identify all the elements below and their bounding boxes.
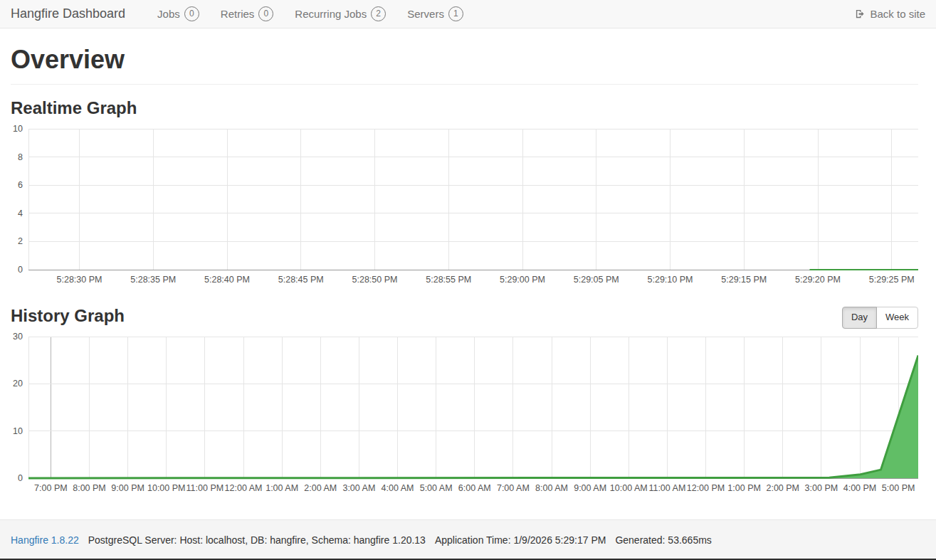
svg-text:6:00 AM: 6:00 AM: [458, 483, 491, 493]
back-to-site-label: Back to site: [870, 8, 925, 20]
svg-text:5:29:00 PM: 5:29:00 PM: [500, 275, 545, 285]
svg-text:5:29:05 PM: 5:29:05 PM: [574, 275, 619, 285]
history-chart: 7:00 PM8:00 PM9:00 PM10:00 PM11:00 PM12:…: [11, 332, 918, 496]
svg-text:5:28:40 PM: 5:28:40 PM: [204, 275, 250, 285]
svg-text:9:00 AM: 9:00 AM: [574, 483, 606, 493]
recurring-jobs-count-badge: 2: [371, 6, 386, 21]
svg-text:2:00 PM: 2:00 PM: [766, 483, 799, 493]
history-range-toggle: Day Week: [842, 307, 918, 329]
realtime-chart: 5:28:30 PM5:28:35 PM5:28:40 PM5:28:45 PM…: [11, 125, 918, 290]
svg-text:5:28:35 PM: 5:28:35 PM: [130, 275, 176, 285]
svg-text:4: 4: [18, 208, 23, 218]
navbar-brand[interactable]: Hangfire Dashboard: [11, 6, 125, 21]
svg-text:11:00 AM: 11:00 AM: [648, 483, 685, 493]
svg-text:4:00 PM: 4:00 PM: [843, 483, 877, 493]
realtime-graph-title: Realtime Graph: [11, 99, 918, 117]
svg-text:10:00 AM: 10:00 AM: [610, 483, 648, 493]
svg-text:8: 8: [18, 152, 23, 162]
svg-text:10:00 PM: 10:00 PM: [147, 483, 186, 493]
navbar-menu: Jobs 0 Retries 0 Recurring Jobs 2 Server…: [147, 0, 474, 28]
generated-time: Generated: 53.665ms: [615, 534, 711, 546]
svg-text:5:00 AM: 5:00 AM: [420, 483, 453, 493]
history-graph-title: History Graph: [11, 307, 125, 325]
svg-text:2:00 AM: 2:00 AM: [304, 483, 337, 493]
nav-item-servers-label: Servers: [407, 8, 444, 20]
back-to-site-link[interactable]: Back to site: [855, 8, 925, 20]
svg-text:5:29:10 PM: 5:29:10 PM: [648, 275, 693, 285]
svg-text:7:00 PM: 7:00 PM: [34, 483, 68, 493]
nav-item-recurring-jobs-label: Recurring Jobs: [295, 8, 367, 20]
svg-text:5:29:15 PM: 5:29:15 PM: [721, 275, 767, 285]
svg-text:11:00 PM: 11:00 PM: [186, 483, 224, 493]
svg-text:5:00 PM: 5:00 PM: [882, 483, 915, 493]
navbar: Hangfire Dashboard Jobs 0 Retries 0 Recu…: [0, 0, 936, 28]
svg-text:1:00 PM: 1:00 PM: [727, 483, 761, 493]
svg-text:8:00 AM: 8:00 AM: [535, 483, 568, 493]
svg-text:12:00 AM: 12:00 AM: [225, 483, 263, 493]
svg-text:4:00 AM: 4:00 AM: [382, 483, 414, 493]
svg-text:5:28:45 PM: 5:28:45 PM: [278, 275, 324, 285]
jobs-count-badge: 0: [184, 6, 199, 21]
svg-text:5:29:20 PM: 5:29:20 PM: [795, 275, 841, 285]
svg-text:2: 2: [18, 236, 23, 246]
day-button[interactable]: Day: [842, 307, 877, 329]
retries-count-badge: 0: [258, 6, 273, 21]
svg-text:0: 0: [18, 473, 23, 483]
svg-text:5:28:55 PM: 5:28:55 PM: [426, 275, 471, 285]
svg-text:10: 10: [13, 125, 23, 134]
svg-text:5:29:25 PM: 5:29:25 PM: [869, 275, 915, 285]
svg-text:3:00 AM: 3:00 AM: [342, 483, 375, 493]
nav-item-recurring-jobs[interactable]: Recurring Jobs 2: [284, 0, 396, 28]
servers-count-badge: 1: [448, 6, 463, 21]
nav-item-jobs[interactable]: Jobs 0: [147, 0, 210, 28]
svg-text:7:00 AM: 7:00 AM: [497, 483, 530, 493]
svg-text:5:28:50 PM: 5:28:50 PM: [352, 275, 398, 285]
nav-item-retries[interactable]: Retries 0: [210, 0, 285, 28]
svg-text:5:28:30 PM: 5:28:30 PM: [57, 275, 102, 285]
page-title: Overview: [11, 46, 918, 85]
hangfire-version-link[interactable]: Hangfire 1.8.22: [11, 534, 79, 546]
week-button[interactable]: Week: [876, 307, 918, 329]
svg-text:9:00 PM: 9:00 PM: [111, 483, 144, 493]
svg-text:30: 30: [13, 332, 23, 342]
svg-text:10: 10: [13, 426, 23, 435]
svg-text:8:00 PM: 8:00 PM: [73, 483, 106, 493]
svg-text:1:00 AM: 1:00 AM: [265, 483, 298, 493]
main-content: Overview Realtime Graph 5:28:30 PM5:28:3…: [0, 46, 936, 496]
nav-item-jobs-label: Jobs: [157, 8, 180, 20]
nav-item-retries-label: Retries: [221, 8, 255, 20]
application-time: Application Time: 1/9/2026 5:29:17 PM: [435, 534, 606, 546]
page-footer: Hangfire 1.8.22 PostgreSQL Server: Host:…: [0, 519, 936, 560]
storage-info: PostgreSQL Server: Host: localhost, DB: …: [88, 534, 426, 546]
svg-text:0: 0: [18, 265, 23, 275]
svg-text:20: 20: [13, 379, 23, 389]
svg-text:6: 6: [18, 180, 23, 190]
svg-text:3:00 PM: 3:00 PM: [805, 483, 838, 493]
nav-item-servers[interactable]: Servers 1: [396, 0, 474, 28]
sign-out-icon: [855, 9, 866, 19]
svg-text:12:00 PM: 12:00 PM: [687, 483, 725, 493]
